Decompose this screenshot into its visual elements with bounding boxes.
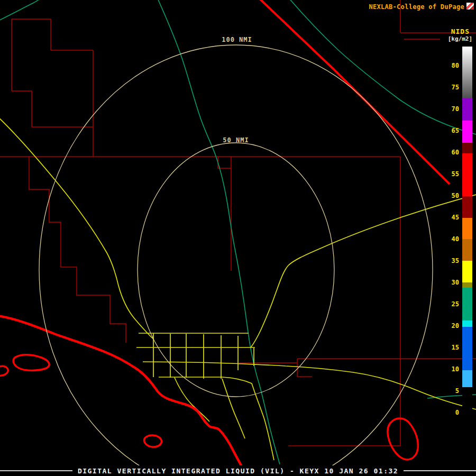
colorbar-segment [462, 239, 472, 261]
inner-ring-label: 50 NMI [223, 136, 249, 144]
islands [0, 355, 418, 460]
radar-map: 100 NMI 50 NMI [0, 0, 476, 476]
colorbar-segment [462, 327, 472, 370]
coastline-path [0, 316, 242, 468]
footer-rule-left [0, 470, 72, 471]
outer-ring-label: 100 NMI [222, 36, 252, 43]
road-lines [0, 116, 476, 460]
units-label: [kg/m2] [448, 35, 472, 42]
colorbar-segment [462, 370, 472, 387]
colorbar-segment [462, 121, 472, 143]
range-rings [39, 45, 433, 476]
footer-rule-right [404, 470, 476, 471]
island-outlines [0, 355, 418, 460]
colorbar-segment [462, 261, 472, 282]
colorbar-segment [462, 288, 472, 321]
colorbar-segment [462, 218, 472, 239]
colorbar-segment [462, 282, 472, 288]
colorbar-segment [462, 153, 472, 196]
attribution-text: NEXLAB-College of DuPage [369, 3, 464, 11]
colorbar [462, 47, 472, 418]
highways-roads [0, 116, 476, 460]
colorbar-segment [462, 196, 472, 218]
coastline [0, 316, 242, 468]
rivers [0, 0, 476, 464]
colorbar-segment [462, 143, 472, 153]
river-lines [0, 0, 476, 464]
colorbar-segment [462, 321, 472, 327]
colorbar-segment [462, 98, 472, 121]
cod-logo-icon [466, 3, 474, 10]
radar-display: 100 NMI 50 NMI NEXLAB-College of DuPage … [0, 0, 476, 476]
range-ring-100nmi [39, 45, 433, 476]
colorbar-segment [462, 47, 472, 98]
nids-label: NIDS [451, 28, 470, 35]
product-title: DIGITAL VERTICALLY INTEGRATED LIQUID (VI… [78, 467, 398, 475]
footer-bar: DIGITAL VERTICALLY INTEGRATED LIQUID (VI… [0, 465, 476, 476]
colorbar-segment [462, 387, 472, 418]
